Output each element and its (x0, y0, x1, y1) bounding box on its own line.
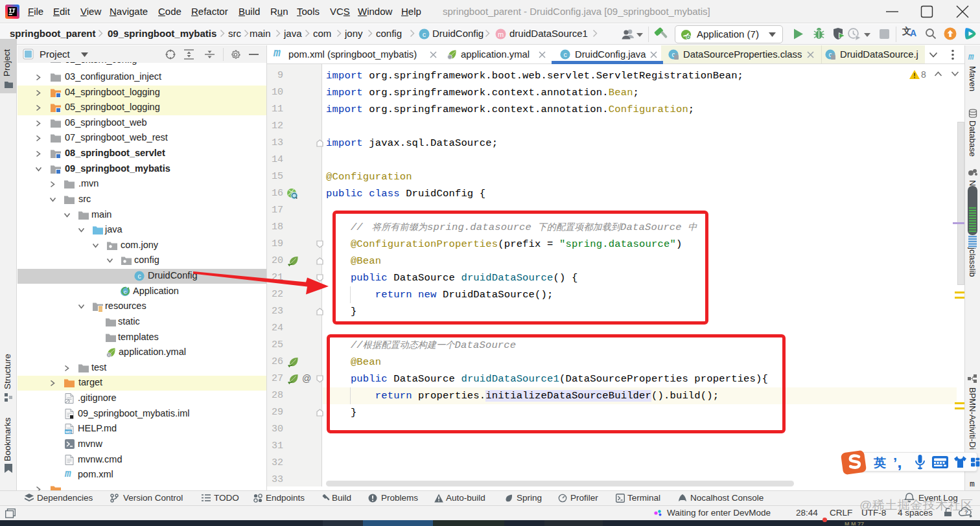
svg-text:c: c (137, 272, 141, 280)
svg-text:c: c (563, 51, 566, 58)
svg-text:c: c (423, 30, 426, 38)
svg-text:m: m (498, 30, 504, 38)
svg-text:MD: MD (65, 430, 72, 434)
